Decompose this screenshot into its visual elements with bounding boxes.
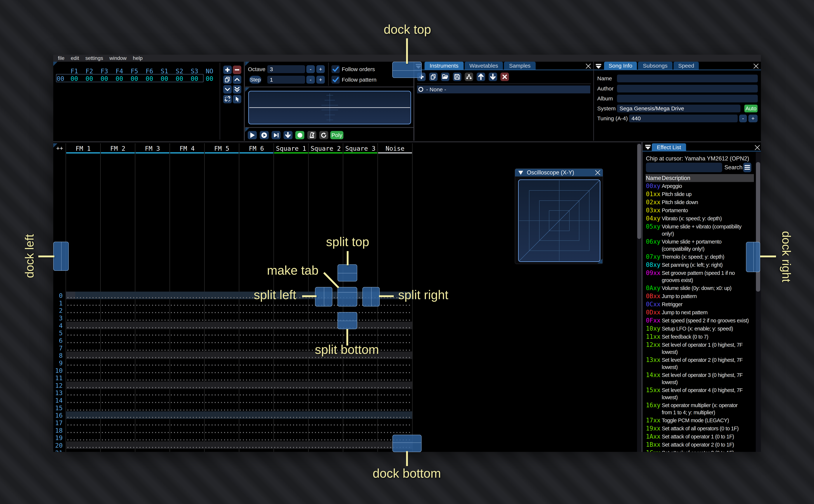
split-target-right[interactable] — [362, 287, 380, 307]
name-input[interactable] — [617, 75, 758, 82]
effect-row[interactable]: 02xxPitch slide down — [643, 198, 761, 206]
pattern-row-cells[interactable] — [66, 417, 412, 418]
panel-separator[interactable] — [244, 62, 245, 141]
metronome-button[interactable] — [307, 131, 316, 139]
orders-cell[interactable]: 00 — [101, 75, 108, 82]
menu-file[interactable]: file — [55, 55, 68, 62]
step-decrease-button[interactable]: - — [306, 76, 315, 84]
orders-cell[interactable]: 00 — [161, 75, 168, 82]
channel-header-square-3[interactable]: Square 3 — [345, 145, 375, 152]
instrument-save-button[interactable] — [453, 73, 462, 81]
effect-row[interactable]: 05xyVolume slide + vibrato (compatibilit… — [643, 222, 761, 237]
tab-subsongs[interactable]: Subsongs — [638, 62, 672, 70]
effect-row[interactable]: 08xySet panning (x: left; y: right) — [643, 261, 761, 269]
effect-row[interactable]: 17xxToggle PCM mode (LEGACY) — [643, 416, 761, 424]
tab-song-info[interactable]: Song Info — [604, 62, 637, 70]
channel-header-fm-5[interactable]: FM 5 — [214, 145, 229, 152]
effect-row[interactable]: 0CxxRetrigger — [643, 300, 761, 308]
split-target-top[interactable] — [337, 264, 357, 281]
effect-row[interactable]: 0FxxSet speed (speed 2 if no grooves exi… — [643, 316, 761, 324]
dock-target-top[interactable] — [392, 62, 422, 78]
orders-row-index[interactable]: 00 — [57, 75, 64, 82]
orders-cell[interactable]: 00 — [85, 75, 93, 82]
channel-header-square-2[interactable]: Square 2 — [310, 145, 341, 152]
orders-duplicate-button[interactable] — [223, 75, 232, 84]
orders-cell[interactable]: 00 — [71, 75, 78, 82]
pattern-row-cells[interactable] — [66, 297, 412, 298]
tuning-input[interactable]: 440 — [629, 115, 738, 122]
effect-row[interactable]: 11xxSet feedback (0 to 7) — [643, 333, 761, 341]
pattern-row-cells[interactable] — [66, 387, 412, 388]
octave-input[interactable]: 3 — [267, 65, 305, 73]
effect-row[interactable]: 03xxPortamento — [643, 206, 761, 214]
orders-move-down-double-button[interactable] — [233, 85, 241, 94]
panel-separator[interactable] — [53, 141, 761, 142]
instrument-duplicate-button[interactable] — [429, 73, 438, 81]
pattern-row-cells[interactable] — [66, 372, 412, 373]
effect-row[interactable]: 14xxSet level of operator 3 (0 highest, … — [643, 371, 761, 386]
pattern-row-cells[interactable] — [66, 402, 412, 403]
master-oscilloscope[interactable] — [248, 91, 411, 124]
pattern-row-cells[interactable] — [66, 312, 412, 313]
channel-header-fm-2[interactable]: FM 2 — [110, 145, 125, 152]
play-pattern-button[interactable] — [260, 131, 269, 139]
system-auto-button[interactable]: Auto — [744, 105, 758, 112]
repeat-button[interactable] — [319, 131, 328, 139]
resize-grip-icon[interactable] — [598, 259, 602, 263]
effect-row[interactable]: 1CxxSet attack of operator 3 (0 to 1F) — [643, 449, 761, 452]
pattern-row-cells[interactable] — [66, 305, 412, 306]
octave-decrease-button[interactable]: - — [306, 65, 315, 73]
pattern-row-cells[interactable] — [66, 447, 412, 448]
effect-row[interactable]: 19xxSet attack of all operators (0 to 1F… — [643, 424, 761, 432]
tab-wavetables[interactable]: Wavetables — [465, 62, 503, 70]
octave-increase-button[interactable]: + — [316, 65, 325, 73]
effect-scrollbar[interactable] — [756, 162, 760, 292]
effect-row[interactable]: 10xySetup LFO (x: enable; y: speed) — [643, 324, 761, 333]
album-input[interactable] — [617, 95, 758, 102]
channel-header-fm-1[interactable]: FM 1 — [76, 145, 91, 152]
effect-row[interactable]: 09xxSet groove pattern (speed 1 if no gr… — [643, 269, 761, 284]
follow-pattern-checkbox[interactable] — [331, 76, 340, 84]
menu-help[interactable]: help — [130, 55, 146, 62]
orders-cell[interactable]: 00 — [191, 75, 198, 82]
orders-move-down-button[interactable] — [223, 85, 232, 94]
pattern-row-cells[interactable] — [66, 432, 412, 433]
author-input[interactable] — [617, 85, 758, 92]
pattern-row-cells[interactable] — [66, 364, 412, 366]
step-one-button[interactable] — [271, 131, 280, 139]
pattern-row-cells[interactable] — [66, 409, 412, 411]
step-button[interactable]: Step — [249, 76, 261, 84]
pattern-expand-button[interactable]: ++ — [56, 145, 63, 151]
pattern-row-cells[interactable] — [66, 327, 412, 328]
menu-edit[interactable]: edit — [68, 55, 82, 62]
effect-row[interactable]: 04xyVibrato (x: speed; y: depth) — [643, 214, 761, 222]
song-info-close-icon[interactable] — [753, 63, 759, 69]
panel-separator[interactable] — [245, 87, 414, 87]
effect-row[interactable]: 1AxxSet attack of operator 1 (0 to 1F) — [643, 432, 761, 440]
instrument-move-up-button[interactable] — [477, 73, 485, 81]
dock-target-left[interactable] — [53, 242, 69, 271]
dock-target-bottom[interactable] — [392, 435, 422, 452]
follow-orders-checkbox[interactable] — [331, 65, 340, 73]
collapse-triangle-icon[interactable] — [518, 171, 523, 175]
orders-cursor-button[interactable] — [233, 95, 241, 103]
effect-row[interactable]: 15xxSet level of operator 4 (0 highest, … — [643, 386, 761, 401]
effect-row[interactable]: 13xxSet level of operator 2 (0 highest, … — [643, 356, 761, 371]
poly-button[interactable]: Poly — [330, 131, 343, 139]
effect-row[interactable]: 01xxPitch slide up — [643, 190, 761, 198]
panel-separator[interactable] — [245, 127, 414, 128]
pattern-row-cells[interactable] — [66, 439, 412, 441]
make-tab-target[interactable] — [337, 287, 357, 307]
split-target-left[interactable] — [315, 287, 332, 307]
pattern-scrollbar[interactable] — [637, 144, 641, 239]
menu-window[interactable]: window — [106, 55, 130, 62]
channel-header-fm-4[interactable]: FM 4 — [179, 145, 195, 152]
tab-instruments[interactable]: Instruments — [425, 62, 464, 70]
pattern-row-cells[interactable] — [66, 424, 412, 426]
orders-cell[interactable]: 00 — [206, 75, 213, 82]
pattern-row-cells[interactable] — [66, 379, 412, 381]
pattern-row-cells[interactable] — [66, 319, 412, 321]
effect-row[interactable]: 00xyArpeggio — [643, 182, 761, 190]
channel-header-fm-3[interactable]: FM 3 — [145, 145, 160, 152]
channel-header-square-1[interactable]: Square 1 — [276, 145, 306, 152]
